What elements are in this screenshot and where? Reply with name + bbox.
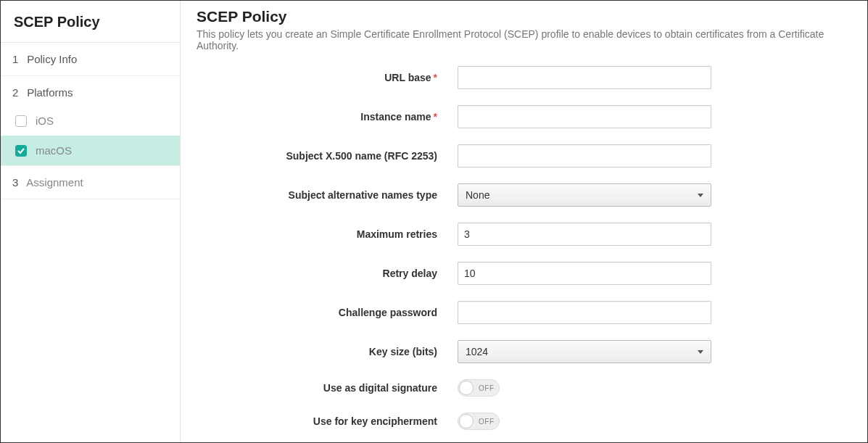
policy-editor: SCEP Policy 1 Policy Info 2 Platforms iO… <box>0 0 868 443</box>
main-panel: SCEP Policy This policy lets you create … <box>181 1 867 442</box>
scep-form: URL base* Instance name* Subject X.500 n… <box>197 66 851 442</box>
row-challenge-password: Challenge password <box>240 301 851 324</box>
toggle-label: OFF <box>479 418 495 426</box>
step-assignment[interactable]: 3 Assignment <box>1 165 180 199</box>
subject-x500-input[interactable] <box>458 144 711 167</box>
toggle-knob-icon <box>459 414 474 428</box>
row-url-base: URL base* <box>240 66 851 89</box>
row-max-retries: Maximum retries <box>240 223 851 246</box>
label-max-retries: Maximum retries <box>240 228 458 240</box>
instance-name-input[interactable] <box>458 105 711 128</box>
san-type-select[interactable]: None <box>458 183 711 207</box>
row-instance-name: Instance name* <box>240 105 851 128</box>
platform-label: macOS <box>36 144 72 157</box>
page-description: This policy lets you create an Simple Ce… <box>197 28 851 51</box>
chevron-down-icon <box>698 350 703 354</box>
step-label: Platforms <box>27 86 73 99</box>
key-encipherment-toggle[interactable]: OFF <box>458 413 500 430</box>
label-retry-delay: Retry delay <box>240 268 458 279</box>
row-san-type: Subject alternative names type None <box>240 183 851 207</box>
sidebar-title: SCEP Policy <box>1 1 180 43</box>
select-value: None <box>466 189 489 201</box>
max-retries-input[interactable] <box>458 223 711 246</box>
challenge-password-input[interactable] <box>458 301 711 324</box>
label-instance-name: Instance name* <box>240 111 458 123</box>
checkbox-unchecked-icon[interactable] <box>15 115 27 127</box>
row-key-encipherment: Use for key encipherment OFF <box>240 413 851 430</box>
chevron-down-icon <box>698 194 703 197</box>
platform-label: iOS <box>36 115 54 127</box>
row-digital-signature: Use as digital signature OFF <box>240 379 851 397</box>
label-challenge-password: Challenge password <box>240 307 458 318</box>
step-platforms[interactable]: 2 Platforms <box>1 76 180 106</box>
platform-item-macos[interactable]: macOS <box>1 136 180 165</box>
label-key-encipherment: Use for key encipherment <box>240 415 458 427</box>
toggle-label: OFF <box>479 384 495 392</box>
platform-item-ios[interactable]: iOS <box>1 106 180 136</box>
toggle-knob-icon <box>459 381 474 395</box>
row-subject-x500: Subject X.500 name (RFC 2253) <box>240 144 851 167</box>
step-label: Assignment <box>26 176 83 189</box>
step-label: Policy Info <box>27 53 77 65</box>
checkbox-checked-icon[interactable] <box>15 145 27 157</box>
page-title: SCEP Policy <box>197 8 851 25</box>
label-san-type: Subject alternative names type <box>240 189 458 201</box>
step-policy-info[interactable]: 1 Policy Info <box>1 43 180 76</box>
step-number: 3 <box>12 176 24 189</box>
row-retry-delay: Retry delay <box>240 262 851 285</box>
key-size-select[interactable]: 1024 <box>458 340 711 363</box>
label-subject-x500: Subject X.500 name (RFC 2253) <box>240 150 458 162</box>
row-key-size: Key size (bits) 1024 <box>240 340 851 363</box>
step-number: 2 <box>12 86 24 99</box>
url-base-input[interactable] <box>458 66 711 89</box>
select-value: 1024 <box>466 346 488 357</box>
retry-delay-input[interactable] <box>458 262 711 285</box>
label-url-base: URL base* <box>240 72 458 83</box>
label-digital-signature: Use as digital signature <box>240 382 458 394</box>
step-number: 1 <box>12 53 24 65</box>
sidebar: SCEP Policy 1 Policy Info 2 Platforms iO… <box>1 1 181 442</box>
label-key-size: Key size (bits) <box>240 346 458 357</box>
digital-signature-toggle[interactable]: OFF <box>458 379 500 397</box>
